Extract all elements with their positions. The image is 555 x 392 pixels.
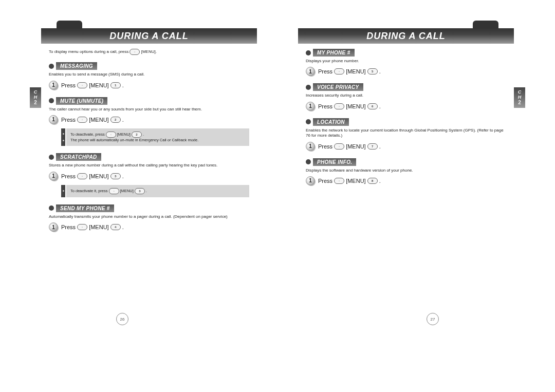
soft-key-icon: ◦ bbox=[334, 178, 344, 184]
section-phoneinfo-heading: PHONE INFO. bbox=[306, 158, 506, 166]
step-row: 1 Press ◦ [MENU] 4 . bbox=[49, 222, 249, 232]
soft-key-icon: ◦ bbox=[130, 49, 140, 55]
step-row: 1 Press ◦ [MENU] 6 . bbox=[306, 102, 506, 111]
page-title: DURING A CALL bbox=[366, 31, 446, 42]
step-text: Press ◦ [MENU] 3 . bbox=[61, 173, 124, 179]
step-text: Press ◦ [MENU] 5 . bbox=[318, 68, 381, 74]
soft-key-icon: ◦ bbox=[106, 132, 116, 138]
digit-key-icon: 3 bbox=[110, 173, 121, 179]
step-text: Press ◦ [MENU] 2 . bbox=[61, 117, 124, 123]
digit-key-icon: 5 bbox=[367, 68, 378, 74]
page-header: DURING A CALL bbox=[298, 28, 514, 44]
section-myphone-desc: Displays your phone number. bbox=[306, 59, 506, 64]
intro-prefix: To display menu options during a call, p… bbox=[49, 49, 130, 54]
step-badge: 1 bbox=[306, 142, 315, 151]
page-title: DURING A CALL bbox=[109, 31, 189, 42]
content-right: MY PHONE # Displays your phone number. 1… bbox=[306, 49, 506, 190]
header-tab bbox=[57, 21, 82, 28]
soft-key-icon: ◦ bbox=[334, 143, 344, 150]
digit-key-icon: 7 bbox=[367, 143, 378, 150]
section-voiceprivacy-label: VOICE PRIVACY bbox=[313, 83, 363, 91]
note-box-scratchpad: To deactivate it, press ◦ [MENU] 3 . bbox=[66, 185, 249, 197]
chapter-number: 2 bbox=[518, 100, 521, 105]
chapter-number: 2 bbox=[34, 100, 37, 105]
intro-text: To display menu options during a call, p… bbox=[49, 49, 249, 55]
soft-key-icon: ◦ bbox=[77, 117, 87, 123]
step-row: 1 Press ◦ [MENU] 2 . bbox=[49, 115, 249, 124]
section-mute-heading: MUTE (UNMUTE) bbox=[49, 97, 249, 105]
section-myphone-label: MY PHONE # bbox=[313, 49, 355, 57]
note-line: The phone will automatically un-mute in … bbox=[70, 138, 245, 143]
step-text: Press ◦ [MENU] 7 . bbox=[318, 143, 381, 150]
step-badge: 1 bbox=[49, 81, 58, 90]
section-scratchpad-label: SCRATCHPAD bbox=[56, 153, 101, 161]
note-box-mute: To deactivate, press ◦ [MENU] 2 . The ph… bbox=[66, 128, 249, 146]
digit-key-icon: 8 bbox=[367, 178, 378, 184]
digit-key-icon: 1 bbox=[110, 82, 121, 88]
section-messaging-label: MESSAGING bbox=[56, 62, 97, 70]
section-mute-label: MUTE (UNMUTE) bbox=[56, 97, 107, 105]
page-number: 27 bbox=[427, 313, 439, 325]
page-left: DURING A CALL C H 2 To display menu opti… bbox=[0, 0, 278, 392]
section-myphone-heading: MY PHONE # bbox=[306, 49, 506, 57]
soft-key-icon: ◦ bbox=[109, 188, 119, 194]
section-mute-desc: The caller cannot hear you or any sounds… bbox=[49, 107, 249, 112]
digit-key-icon: 2 bbox=[132, 132, 142, 138]
digit-key-icon: 3 bbox=[135, 188, 145, 194]
note-side bbox=[61, 128, 65, 146]
digit-key-icon: 6 bbox=[367, 103, 378, 109]
bullet-icon bbox=[49, 206, 54, 211]
bullet-icon bbox=[49, 155, 54, 160]
chapter-tab: C H 2 bbox=[514, 87, 525, 108]
soft-key-icon: ◦ bbox=[334, 103, 344, 109]
section-sendmyphone-label: SEND MY PHONE # bbox=[56, 204, 114, 212]
section-voiceprivacy-desc: Increases security during a call. bbox=[306, 93, 506, 98]
step-text: Press ◦ [MENU] 8 . bbox=[318, 178, 381, 184]
bullet-icon bbox=[49, 64, 54, 69]
section-sendmyphone-desc: Automatically transmits your phone numbe… bbox=[49, 214, 249, 219]
page-header: DURING A CALL bbox=[41, 28, 257, 44]
bullet-icon bbox=[306, 159, 311, 164]
step-badge: 1 bbox=[306, 102, 315, 111]
bullet-icon bbox=[306, 119, 311, 124]
manual-spread: DURING A CALL C H 2 To display menu opti… bbox=[0, 0, 555, 392]
step-row: 1 Press ◦ [MENU] 8 . bbox=[306, 176, 506, 185]
step-text: Press ◦ [MENU] 6 . bbox=[318, 103, 381, 109]
section-scratchpad-desc: Stores a new phone number during a call … bbox=[49, 163, 249, 168]
section-scratchpad-heading: SCRATCHPAD bbox=[49, 153, 249, 161]
step-row: 1 Press ◦ [MENU] 3 . bbox=[49, 172, 249, 181]
header-tab bbox=[473, 21, 498, 28]
step-row: 1 Press ◦ [MENU] 5 . bbox=[306, 67, 506, 76]
step-text: Press ◦ [MENU] 4 . bbox=[61, 224, 124, 230]
content-left: To display menu options during a call, p… bbox=[49, 49, 249, 236]
note-line: To deactivate it, press ◦ [MENU] 3 . bbox=[70, 188, 245, 194]
page-number: 26 bbox=[116, 313, 128, 325]
step-badge: 1 bbox=[306, 67, 315, 76]
digit-key-icon: 4 bbox=[110, 224, 121, 230]
page-right: DURING A CALL C H 2 MY PHONE # Displays … bbox=[278, 0, 555, 392]
soft-key-icon: ◦ bbox=[77, 173, 87, 179]
digit-key-icon: 2 bbox=[110, 117, 121, 123]
soft-key-icon: ◦ bbox=[77, 82, 87, 88]
step-badge: 1 bbox=[49, 172, 58, 181]
note-line: To deactivate, press ◦ [MENU] 2 . bbox=[70, 132, 245, 138]
section-messaging-heading: MESSAGING bbox=[49, 62, 249, 70]
section-messaging-desc: Enables you to send a message (SMS) duri… bbox=[49, 72, 249, 77]
section-sendmyphone-heading: SEND MY PHONE # bbox=[49, 204, 249, 212]
intro-suffix: [MENU]. bbox=[141, 49, 157, 54]
bullet-icon bbox=[306, 85, 311, 90]
soft-key-icon: ◦ bbox=[334, 68, 344, 74]
section-location-heading: LOCATION bbox=[306, 118, 506, 126]
bullet-icon bbox=[49, 98, 54, 103]
step-row: 1 Press ◦ [MENU] 1 . bbox=[49, 81, 249, 90]
section-location-label: LOCATION bbox=[313, 118, 349, 126]
soft-key-icon: ◦ bbox=[77, 224, 87, 230]
note-side bbox=[61, 185, 65, 197]
section-location-desc: Enables the network to locate your curre… bbox=[306, 128, 506, 139]
step-badge: 1 bbox=[49, 222, 58, 232]
bullet-icon bbox=[306, 50, 311, 55]
chapter-tab: C H 2 bbox=[30, 87, 41, 108]
chapter-h: H bbox=[518, 95, 522, 100]
step-text: Press ◦ [MENU] 1 . bbox=[61, 82, 124, 88]
section-phoneinfo-desc: Displays the software and hardware versi… bbox=[306, 168, 506, 173]
